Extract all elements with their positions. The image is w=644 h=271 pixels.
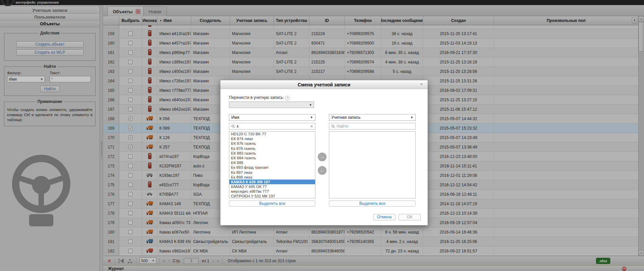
source-objects-list[interactable]: HD120 C 720 BK 77ЕК 874 лиазЕК 876 газел…	[229, 131, 315, 198]
select-all-left-button[interactable]: Выделить все	[229, 200, 315, 207]
search-icon	[331, 125, 335, 128]
transfer-label: Перенести в учетную запись:?	[229, 95, 290, 101]
chevron-down-icon: ▼	[310, 116, 313, 119]
left-search-box: ✕	[229, 123, 315, 130]
left-search-input[interactable]	[237, 124, 309, 129]
right-search-input[interactable]	[337, 124, 413, 129]
help-icon[interactable]: ?	[285, 96, 290, 101]
move-left-button[interactable]: ←	[318, 166, 327, 175]
modal-list-item[interactable]: Ек 897 лиаз	[229, 170, 315, 175]
dialog-body: Перенести в учетную запись:? ▼ Имя ▼ Уче…	[221, 89, 428, 225]
select-all-right-button[interactable]: Выделить все	[329, 200, 416, 207]
chevron-down-icon: ▼	[410, 116, 413, 119]
modal-list-item[interactable]: КАМАЗ К 639 ХМ 197	[229, 180, 315, 184]
dialog-title: Смена учетной записи	[298, 82, 350, 87]
ok-button[interactable]: ОК	[398, 214, 421, 220]
modal-list-item[interactable]: ЕК 885	[229, 160, 315, 165]
modal-list-item[interactable]: мерседес к987вк 777	[229, 189, 315, 194]
modal-list-item[interactable]: СИТРОЕН У 531 МК 197	[229, 194, 315, 198]
modal-list-item[interactable]: Ек 893 форд транзит	[229, 165, 315, 170]
target-objects-list[interactable]	[329, 131, 416, 198]
right-search-box	[329, 123, 416, 130]
modal-list-item[interactable]: ЕК 876 газель	[229, 141, 315, 146]
transfer-label-text: Перенести в учетную запись:	[229, 95, 284, 100]
left-filter-value: Имя	[231, 115, 239, 120]
modal-list-item[interactable]: КАМАЗ У 695 ОК 77	[229, 184, 315, 189]
cancel-button[interactable]: Отмена	[373, 214, 395, 220]
change-account-dialog: Смена учетной записи × Перенести в учетн…	[220, 80, 428, 225]
target-account-select[interactable]: ▼	[229, 102, 314, 108]
modal-list-item[interactable]: Ек 898 лиаз	[229, 175, 315, 180]
modal-list-item[interactable]: HD120 C 720 BK 77	[229, 132, 315, 136]
search-icon	[231, 125, 235, 128]
right-filter-select[interactable]: Учетная запись ▼	[329, 114, 416, 121]
modal-list-item[interactable]: Ек 878 газель	[229, 146, 315, 151]
dialog-title-bar: Смена учетной записи ×	[221, 80, 428, 89]
modal-list-item[interactable]: ЕК 884 газель	[229, 156, 315, 160]
dialog-close-icon[interactable]: ×	[419, 82, 424, 87]
clear-search-icon[interactable]: ✕	[310, 125, 313, 128]
move-right-button[interactable]: →	[318, 153, 327, 161]
app-root: интерфейс управления Учетные записиПольз…	[0, 0, 644, 271]
left-filter-select[interactable]: Имя ▼	[229, 114, 315, 121]
modal-list-item[interactable]: ЕК 883 газель	[229, 151, 315, 156]
right-filter-value: Учетная запись	[331, 115, 360, 120]
chevron-down-icon: ▼	[309, 103, 312, 107]
modal-list-item[interactable]: ЕК 874 лиаз	[229, 136, 315, 141]
